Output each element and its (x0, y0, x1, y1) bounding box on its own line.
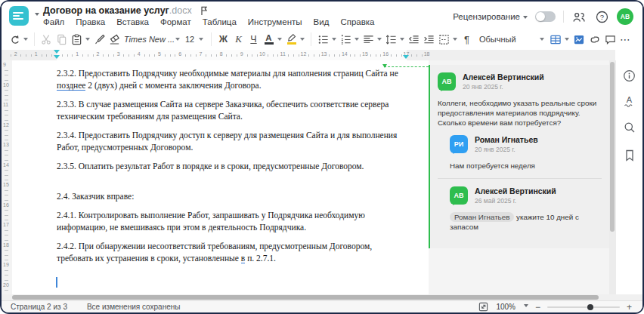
menu-item[interactable]: Таблица (203, 17, 237, 26)
zoom-out-button[interactable]: − (534, 302, 542, 312)
ruler-tick (154, 54, 155, 57)
comment-author: Алексей Вертинский (463, 72, 544, 82)
paragraph-borders-button[interactable] (437, 31, 451, 48)
table-caret-icon[interactable] (565, 38, 569, 43)
scrollbar-thumb[interactable] (610, 62, 615, 232)
ruler-tick (416, 54, 417, 57)
user-avatar[interactable]: АВ (617, 8, 633, 25)
help-icon[interactable]: ? (594, 9, 609, 24)
bullet-list-caret-icon[interactable] (332, 38, 336, 43)
menu-item[interactable]: Инструменты (248, 17, 302, 26)
borders-caret-icon[interactable] (453, 38, 457, 43)
bullet-list-button[interactable] (316, 31, 330, 48)
paste-caret-icon[interactable] (85, 38, 90, 43)
insert-table-button[interactable] (548, 31, 563, 48)
zoom-in-button[interactable]: + (625, 302, 633, 312)
menu-item[interactable]: Правка (76, 17, 105, 26)
highlight-caret-icon[interactable] (300, 38, 305, 43)
more-tools-button[interactable]: ⋯ (618, 31, 633, 48)
ruler-tick (231, 54, 232, 57)
app-logo-icon[interactable] (9, 6, 29, 26)
cut-button[interactable] (39, 31, 54, 48)
ruler-number: 3 (117, 51, 120, 57)
undo-caret-icon[interactable] (23, 38, 28, 43)
ruler-tick (67, 54, 68, 57)
numbered-list-caret-icon[interactable] (355, 38, 359, 43)
line-spacing-caret-icon[interactable] (400, 38, 404, 43)
review-mode-dropdown[interactable]: Рецензирование (453, 12, 528, 21)
page-indicator[interactable]: Страница 2 из 3 (11, 303, 67, 311)
insert-link-button[interactable] (587, 31, 602, 48)
font-family-value: Times New ... (124, 35, 175, 44)
comment-button[interactable] (603, 31, 618, 48)
align-left-button[interactable] (361, 31, 376, 48)
clear-style-eraser-button[interactable] (107, 31, 122, 48)
align-caret-icon[interactable] (377, 38, 382, 43)
zoom-slider-handle[interactable] (587, 304, 593, 310)
decrease-indent-button[interactable] (407, 31, 421, 48)
fit-page-icon[interactable] (475, 300, 491, 313)
paragraph-text: 2.3.3. В случае размещения Сайта на серв… (57, 100, 389, 121)
comment-item[interactable]: АВАлексей Вертинский26 май 2025 г. (450, 186, 602, 205)
ruler-number: 12 (3, 122, 9, 128)
app-menu-caret-icon[interactable] (35, 13, 39, 18)
ruler-number: 16 (382, 51, 389, 57)
font-size-select[interactable]: 12 (184, 31, 206, 48)
comment-item[interactable]: АВАлексей Вертинский20 янв 2025 г. (438, 72, 602, 91)
underline-button[interactable]: Ч (246, 31, 261, 48)
search-icon[interactable] (622, 120, 637, 135)
review-toggle[interactable] (535, 11, 556, 22)
ruler-number: 10 (3, 82, 9, 88)
undo-button[interactable] (8, 31, 22, 48)
comment-meta: Роман Игнатьев20 янв 2025 г. (475, 135, 538, 153)
doc-paragraph: 2.3.4. Предоставить Подрядчику доступ к … (57, 130, 408, 153)
left-indent-marker[interactable] (54, 55, 60, 60)
ruler-tick (360, 54, 361, 57)
ruler-tick (11, 54, 11, 57)
bold-button[interactable]: Ж (216, 31, 231, 48)
ruler-number: 19 (3, 262, 9, 267)
line-spacing-button[interactable] (384, 31, 398, 48)
zoom-caret-icon[interactable] (524, 304, 528, 309)
numbered-list-button[interactable] (339, 31, 353, 48)
font-color-caret-icon[interactable] (277, 38, 282, 43)
font-color-button[interactable]: А (262, 31, 276, 48)
bookmark-icon[interactable] (622, 148, 637, 163)
format-painter-button[interactable] (92, 31, 107, 48)
italic-button[interactable]: К (231, 31, 246, 48)
increase-indent-button[interactable] (422, 31, 436, 48)
right-indent-marker[interactable] (403, 55, 409, 60)
divider (311, 32, 311, 46)
menu-item[interactable]: Файл (43, 17, 64, 26)
copy-button[interactable] (54, 31, 69, 48)
ruler-tick (190, 54, 191, 57)
insert-image-button[interactable] (571, 31, 587, 48)
zoom-value[interactable]: 100% (496, 303, 516, 311)
paste-button[interactable] (70, 31, 84, 48)
collaboration-users-icon[interactable] (571, 9, 587, 24)
mention-chip[interactable]: Роман Игнатьев (450, 212, 514, 222)
ruler-tick (5, 140, 8, 140)
comment-item[interactable]: РИРоман Игнатьев20 янв 2025 г. (450, 135, 602, 153)
ruler-tick (5, 75, 8, 75)
comment-thread-card[interactable]: АВАлексей Вертинский20 янв 2025 г.Коллег… (429, 65, 609, 248)
comments-scrollbar[interactable] (609, 60, 615, 294)
font-family-select[interactable]: Times New ... (122, 31, 183, 48)
spellcheck-icon[interactable]: А (624, 96, 634, 107)
menu-item[interactable]: Формат (160, 17, 191, 26)
document-page[interactable]: 2.3.2. Предоставить Подрядчику необходим… (12, 60, 429, 294)
show-formatting-marks-button[interactable]: ¶ (460, 31, 474, 48)
ruler-tick (113, 54, 114, 57)
menu-item[interactable]: Вставка (116, 17, 149, 26)
comment-divider (438, 178, 602, 179)
zoom-slider[interactable] (547, 306, 620, 308)
menu-item[interactable]: Вид (314, 17, 330, 26)
menu-item[interactable]: Справка (340, 17, 374, 26)
ruler-number: 14 (342, 51, 348, 57)
highlight-color-button[interactable] (284, 31, 299, 48)
ruler-tick (211, 54, 212, 57)
info-icon[interactable] (622, 68, 637, 83)
paragraph-style-select[interactable]: Обычный (478, 31, 547, 48)
flag-icon[interactable] (200, 6, 209, 16)
ruler-tick (422, 54, 423, 57)
